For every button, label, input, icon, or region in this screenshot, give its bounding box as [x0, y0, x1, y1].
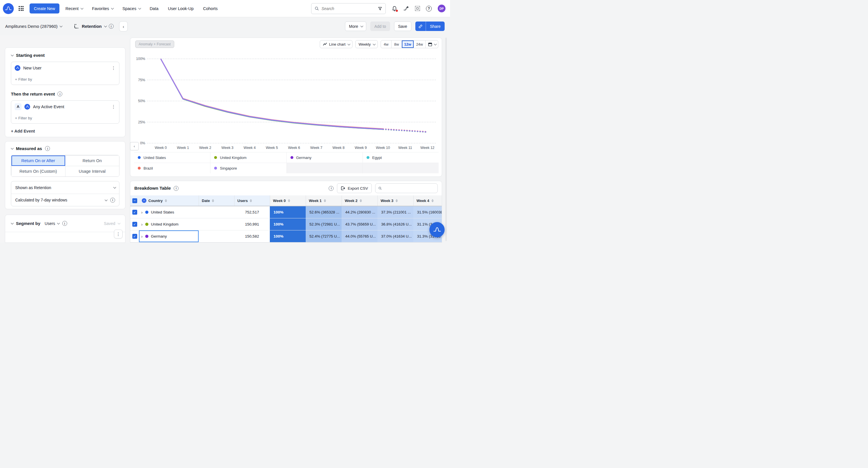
info-icon[interactable]: i — [45, 146, 50, 151]
expand-row-icon[interactable]: › — [141, 210, 143, 215]
add-event-button[interactable]: + Add Event — [11, 129, 119, 133]
option-return-on-or-after[interactable]: Return On or After — [11, 155, 65, 166]
nav-link-cohorts[interactable]: Cohorts — [203, 6, 218, 11]
week4-cell[interactable]: 31.5% (160038 ... — [413, 206, 442, 218]
column-week1[interactable]: Week 1 — [306, 195, 342, 206]
column-date[interactable]: Date — [198, 195, 234, 206]
notifications-bell-icon[interactable] — [392, 6, 397, 11]
sort-icon[interactable] — [360, 199, 362, 202]
chart-scroll-left-button[interactable]: ‹ — [130, 142, 138, 150]
sort-icon[interactable] — [288, 199, 290, 202]
info-icon[interactable]: i — [110, 198, 115, 202]
country-cell[interactable]: › United States — [139, 206, 198, 218]
sort-icon[interactable] — [431, 199, 434, 202]
country-cell-selected[interactable]: › Germany — [139, 230, 198, 242]
collapse-panel-button[interactable]: ‹ — [119, 21, 128, 32]
week0-cell[interactable]: 100% — [270, 218, 306, 230]
legend-item[interactable]: United Kingdom — [210, 152, 286, 163]
calculated-by-dropdown[interactable]: Calculated by 7-day windows i — [11, 194, 119, 206]
country-cell[interactable]: › United Kingdom — [139, 218, 198, 230]
range-12w[interactable]: 12w — [402, 40, 414, 48]
saved-segments-dropdown[interactable]: Saved — [104, 221, 119, 226]
column-users[interactable]: Users — [234, 195, 270, 206]
table-search[interactable] — [375, 183, 438, 193]
create-new-button[interactable]: Create New — [30, 3, 59, 13]
week1-cell[interactable]: 52.3% (72981 U... — [306, 218, 342, 230]
event-options-kebab[interactable]: ⋮ — [112, 66, 116, 70]
row-checkbox[interactable]: ✓ — [132, 210, 137, 215]
nav-link-data[interactable]: Data — [150, 6, 158, 11]
range-24w[interactable]: 24w — [414, 40, 425, 48]
legend-item[interactable]: United States — [134, 152, 210, 163]
export-csv-button[interactable]: Export CSV — [337, 183, 372, 193]
week3-cell[interactable]: 37.0% (41634 U... — [377, 230, 413, 242]
custom-date-range[interactable] — [425, 40, 438, 48]
chart-type-selector[interactable]: Retention i — [73, 24, 114, 29]
legend-item[interactable]: Germany — [286, 152, 363, 163]
option-return-on[interactable]: Return On — [65, 155, 119, 166]
week3-cell[interactable]: 36.8% (41626 U... — [377, 218, 413, 230]
legend-item[interactable]: Brazil — [134, 163, 210, 173]
journeys-path-icon[interactable] — [403, 6, 409, 11]
option-usage-interval[interactable]: Usage Interval — [65, 166, 119, 177]
sort-icon[interactable] — [324, 199, 326, 202]
segment-mode-dropdown[interactable]: Users — [45, 221, 59, 226]
sort-icon[interactable] — [396, 199, 398, 202]
select-region-icon[interactable] — [415, 6, 420, 11]
help-icon[interactable]: ? — [426, 6, 432, 11]
expand-row-icon[interactable]: › — [141, 222, 143, 227]
add-filter-button[interactable]: + Filter by — [11, 113, 119, 123]
info-icon[interactable]: i — [174, 186, 179, 191]
amplitude-logo[interactable] — [3, 3, 14, 14]
search-input[interactable] — [321, 6, 375, 11]
amplitude-assistant-fab[interactable] — [429, 222, 445, 237]
chart-style-dropdown[interactable]: Line chart — [320, 40, 353, 48]
apps-grid-icon[interactable] — [19, 6, 24, 11]
sort-icon[interactable] — [250, 199, 252, 202]
retention-line-chart[interactable]: 100%75%50%25%0%Week 0Week 1Week 2Week 3W… — [134, 51, 439, 152]
week1-cell[interactable]: 52.6% (365328 ... — [306, 206, 342, 218]
shown-as-dropdown[interactable]: Shown as Retention — [11, 181, 119, 194]
week1-cell[interactable]: 52.4% (72775 U... — [306, 230, 342, 242]
nav-link-user-lookup[interactable]: User Look-Up — [168, 6, 193, 11]
nav-menu-spaces[interactable]: Spaces — [123, 6, 141, 11]
nav-menu-recent[interactable]: Recent — [65, 6, 82, 11]
panel-options-kebab[interactable]: ⋮ — [114, 229, 123, 239]
starting-event-header[interactable]: Starting event — [11, 53, 119, 58]
info-icon[interactable]: i — [329, 186, 334, 191]
column-week2[interactable]: Week 2 — [342, 195, 377, 206]
column-country[interactable]: Country — [139, 195, 198, 206]
add-filter-button[interactable]: + Filter by — [11, 74, 119, 85]
event-row-new-user[interactable]: New User ⋮ — [11, 62, 119, 74]
row-checkbox[interactable]: ✓ — [132, 222, 137, 227]
option-return-on-custom[interactable]: Return On (Custom) — [11, 166, 65, 177]
sort-icon[interactable] — [212, 199, 214, 202]
range-4w[interactable]: 4w — [381, 40, 391, 48]
week2-cell[interactable]: 44.2% (280830 ... — [342, 206, 377, 218]
event-row-any-active[interactable]: A Any Active Event ⋮ — [11, 101, 119, 113]
sort-icon[interactable] — [165, 199, 167, 202]
week2-cell[interactable]: 44.0% (55765 U... — [342, 230, 377, 242]
scrollbar[interactable] — [445, 38, 447, 241]
global-search[interactable] — [311, 3, 386, 14]
week0-cell[interactable]: 100% — [270, 206, 306, 218]
user-avatar[interactable]: DP — [438, 5, 445, 12]
legend-item[interactable]: Egypt — [363, 152, 439, 163]
copy-link-button[interactable] — [415, 22, 426, 31]
legend-item[interactable]: Singapore — [210, 163, 286, 173]
expand-row-icon[interactable]: › — [141, 234, 143, 239]
more-button[interactable]: More — [345, 22, 366, 31]
row-checkbox[interactable]: ✓ — [132, 234, 137, 239]
info-icon[interactable]: i — [57, 92, 62, 96]
week0-cell[interactable]: 100% — [270, 230, 306, 242]
filter-funnel-icon[interactable] — [378, 6, 382, 11]
select-all-checkbox[interactable]: – — [132, 198, 137, 203]
interval-dropdown[interactable]: Weekly — [355, 40, 378, 48]
info-icon[interactable]: i — [62, 221, 67, 226]
event-options-kebab[interactable]: ⋮ — [112, 104, 116, 109]
table-search-input[interactable] — [384, 186, 435, 190]
column-week4[interactable]: Week 4 — [413, 195, 442, 206]
project-selector[interactable]: Amplitunes Demo (287960) — [5, 24, 61, 29]
week2-cell[interactable]: 43.7% (55659 U... — [342, 218, 377, 230]
measured-as-header[interactable]: Measured as i — [11, 146, 119, 151]
